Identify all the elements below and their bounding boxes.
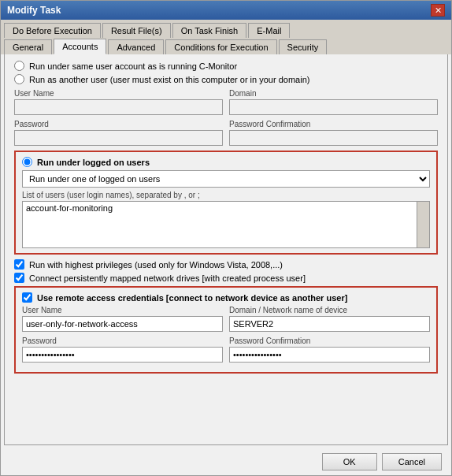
radio-item-2: Run as another user (user must exist on … <box>14 74 438 84</box>
password-confirm-group: Password Confirmation <box>229 120 438 146</box>
remote-domain-label: Domain / Network name of device <box>229 306 430 314</box>
domain-label: Domain <box>229 89 438 98</box>
highest-privileges-checkbox[interactable] <box>14 259 24 270</box>
title-bar: Modify Task ✕ <box>1 1 451 20</box>
remote-password-confirm-label: Password Confirmation <box>229 337 430 345</box>
window-title: Modify Task <box>7 5 61 16</box>
remote-access-label: Use remote access credentials [connect t… <box>37 293 347 303</box>
highest-privileges-label: Run with highest privileges (used only f… <box>29 260 283 270</box>
tab-result-files[interactable]: Result File(s) <box>102 23 171 38</box>
list-scrollbar[interactable] <box>417 202 429 247</box>
user-domain-row: User Name Domain <box>14 89 438 115</box>
domain-input[interactable] <box>229 99 438 115</box>
close-button[interactable]: ✕ <box>431 4 445 17</box>
logged-on-title: Run under logged on users <box>22 157 430 167</box>
remote-password-input[interactable] <box>22 347 223 363</box>
logged-on-dropdown[interactable]: Run under one of logged on users <box>22 170 430 188</box>
logged-on-section: Run under logged on users Run under one … <box>14 151 438 255</box>
list-value: account-for-monitoring <box>26 203 113 213</box>
remote-password-confirm-input[interactable] <box>229 347 430 363</box>
tab-advanced[interactable]: Advanced <box>108 39 164 54</box>
remote-password-group: Password <box>22 337 223 363</box>
username-input[interactable] <box>14 99 223 115</box>
remote-password-label: Password <box>22 337 223 345</box>
connect-drives-checkbox[interactable] <box>14 273 24 283</box>
remote-user-domain-row: User Name Domain / Network name of devic… <box>22 306 430 332</box>
remote-access-checkbox[interactable] <box>22 292 32 303</box>
remote-access-section: Use remote access credentials [connect t… <box>14 286 438 374</box>
radio-same-user-label: Run under same user account as is runnin… <box>29 61 237 71</box>
bottom-buttons: OK Cancel <box>1 448 451 475</box>
remote-username-group: User Name <box>22 306 223 332</box>
ok-button[interactable]: OK <box>322 453 377 470</box>
remote-title: Use remote access credentials [connect t… <box>22 292 430 303</box>
modify-task-window: Modify Task ✕ Do Before Execution Result… <box>0 0 452 476</box>
password-label: Password <box>14 120 223 128</box>
password-group: Password <box>14 120 223 146</box>
tab-row-1: Do Before Execution Result File(s) On Ta… <box>4 21 448 38</box>
domain-group: Domain <box>229 89 438 115</box>
tab-do-before-execution[interactable]: Do Before Execution <box>4 23 101 38</box>
username-label: User Name <box>14 89 223 98</box>
radio-same-user[interactable] <box>14 61 24 71</box>
tab-row-2: General Accounts Advanced Conditions for… <box>4 38 448 54</box>
tab-conditions[interactable]: Conditions for Execution <box>165 39 276 54</box>
remote-password-confirm-group: Password Confirmation <box>229 337 430 363</box>
radio-item-1: Run under same user account as is runnin… <box>14 61 438 71</box>
tab-rows: Do Before Execution Result File(s) On Ta… <box>1 20 451 54</box>
tab-general[interactable]: General <box>4 39 52 54</box>
password-confirm-input[interactable] <box>229 130 438 146</box>
remote-domain-group: Domain / Network name of device <box>229 306 430 332</box>
password-confirm-label: Password Confirmation <box>229 120 438 128</box>
radio-another-user[interactable] <box>14 74 24 84</box>
highest-privileges-row: Run with highest privileges (used only f… <box>14 259 438 270</box>
radio-group: Run under same user account as is runnin… <box>14 61 438 84</box>
cancel-button[interactable]: Cancel <box>382 453 442 470</box>
remote-domain-input[interactable] <box>229 316 430 332</box>
tab-security[interactable]: Security <box>279 39 328 54</box>
password-input[interactable] <box>14 130 223 146</box>
tab-accounts[interactable]: Accounts <box>54 39 106 54</box>
radio-another-user-label: Run as another user (user must exist on … <box>29 75 309 84</box>
remote-username-input[interactable] <box>22 316 223 332</box>
tabs-container: Do Before Execution Result File(s) On Ta… <box>1 20 451 54</box>
password-row: Password Password Confirmation <box>14 120 438 146</box>
connect-drives-label: Connect persistently mapped network driv… <box>29 273 306 283</box>
logged-on-label: Run under logged on users <box>37 158 150 167</box>
radio-logged-on[interactable] <box>22 157 32 167</box>
username-group: User Name <box>14 89 223 115</box>
list-area[interactable]: account-for-monitoring <box>22 201 430 248</box>
content-area: Run under same user account as is runnin… <box>4 54 448 445</box>
remote-username-label: User Name <box>22 306 223 314</box>
dropdown-row: Run under one of logged on users <box>22 170 430 188</box>
remote-password-row: Password Password Confirmation <box>22 337 430 363</box>
list-label: List of users (user login names), separa… <box>22 191 430 199</box>
tab-on-task-finish[interactable]: On Task Finish <box>172 23 247 38</box>
connect-drives-row: Connect persistently mapped network driv… <box>14 273 438 283</box>
tab-email[interactable]: E-Mail <box>248 23 290 38</box>
